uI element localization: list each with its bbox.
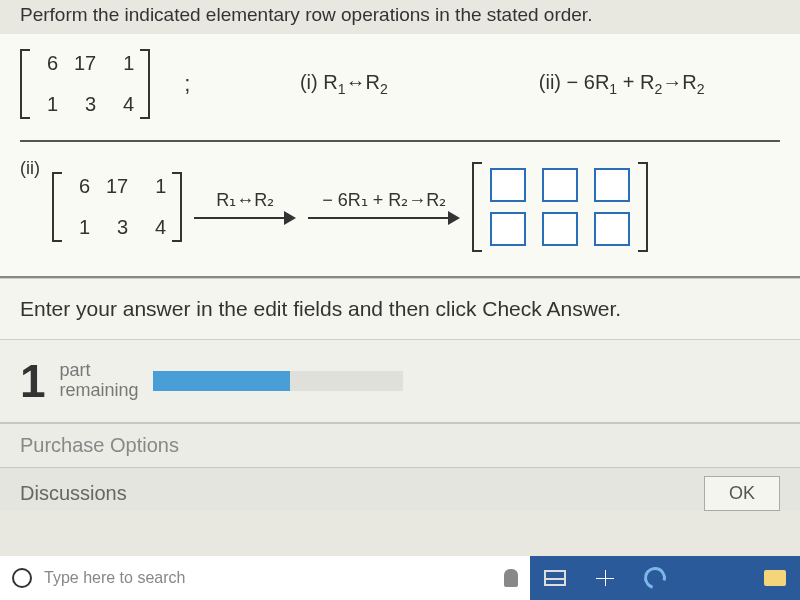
search-placeholder: Type here to search bbox=[44, 569, 492, 587]
matrix-cell: 1 bbox=[36, 93, 58, 116]
instruction-text: Perform the indicated elementary row ope… bbox=[0, 0, 800, 34]
answer-matrix bbox=[472, 158, 648, 256]
matrix-cell: 4 bbox=[112, 93, 134, 116]
discussions-header[interactable]: Discussions bbox=[20, 482, 127, 505]
microphone-icon[interactable] bbox=[504, 569, 518, 587]
matrix-cell: 3 bbox=[74, 93, 96, 116]
answer-field-r1c2[interactable] bbox=[542, 168, 578, 202]
progress-fill bbox=[153, 371, 291, 391]
cortana-icon[interactable] bbox=[12, 568, 32, 588]
purchase-options-header[interactable]: Purchase Options bbox=[0, 422, 800, 467]
matrix-cell: 6 bbox=[68, 175, 90, 198]
arrow-op-label: − 6R₁ + R₂→R₂ bbox=[322, 189, 446, 211]
answer-field-r2c1[interactable] bbox=[490, 212, 526, 246]
bracket-right bbox=[140, 49, 150, 119]
search-box[interactable]: Type here to search bbox=[0, 556, 530, 600]
matrix-cell: 1 bbox=[144, 175, 166, 198]
answer-field-r1c3[interactable] bbox=[594, 168, 630, 202]
source-matrix: 6 17 1 1 3 4 bbox=[52, 167, 182, 247]
matrix-cell: 6 bbox=[36, 52, 58, 75]
parts-remaining-label: part remaining bbox=[60, 361, 139, 401]
problem-row-2: (ii) 6 17 1 1 3 4 R₁↔R₂ − 6R₁ + bbox=[20, 142, 780, 256]
parts-remaining-count: 1 bbox=[20, 354, 46, 408]
matrix-cell: 1 bbox=[68, 216, 90, 239]
progress-bar bbox=[153, 371, 403, 391]
answer-field-r2c3[interactable] bbox=[594, 212, 630, 246]
answer-field-r2c2[interactable] bbox=[542, 212, 578, 246]
ok-button[interactable]: OK bbox=[704, 476, 780, 511]
progress-row: 1 part remaining bbox=[0, 339, 800, 422]
matrix-cell: 17 bbox=[106, 175, 128, 198]
enter-answer-instruction: Enter your answer in the edit fields and… bbox=[0, 278, 800, 339]
store-icon[interactable] bbox=[580, 556, 630, 600]
semicolon: ; bbox=[184, 71, 190, 97]
problem-area: 6 17 1 1 3 4 ; (i) R1↔R2 (ii) − 6R1 + R2… bbox=[0, 34, 800, 278]
part-two-label: (ii) bbox=[20, 158, 40, 179]
edge-icon[interactable] bbox=[630, 556, 680, 600]
arrow-step-1: R₁↔R₂ bbox=[194, 189, 296, 225]
problem-row-1: 6 17 1 1 3 4 ; (i) R1↔R2 (ii) − 6R1 + R2… bbox=[20, 44, 780, 134]
matrix-cell: 17 bbox=[74, 52, 96, 75]
initial-matrix: 6 17 1 1 3 4 bbox=[20, 44, 150, 124]
matrix-cell: 3 bbox=[106, 216, 128, 239]
arrow-step-2: − 6R₁ + R₂→R₂ bbox=[308, 189, 460, 225]
arrow-op-label: R₁↔R₂ bbox=[216, 189, 274, 211]
matrix-cell: 1 bbox=[112, 52, 134, 75]
answer-field-r1c1[interactable] bbox=[490, 168, 526, 202]
task-view-icon[interactable] bbox=[530, 556, 580, 600]
spacer bbox=[680, 556, 750, 600]
operation-one: (i) R1↔R2 bbox=[300, 71, 388, 97]
bracket-left bbox=[20, 49, 30, 119]
taskbar: Type here to search bbox=[0, 556, 800, 600]
operation-two: (ii) − 6R1 + R2→R2 bbox=[539, 71, 705, 97]
file-explorer-icon[interactable] bbox=[750, 556, 800, 600]
matrix-cell: 4 bbox=[144, 216, 166, 239]
